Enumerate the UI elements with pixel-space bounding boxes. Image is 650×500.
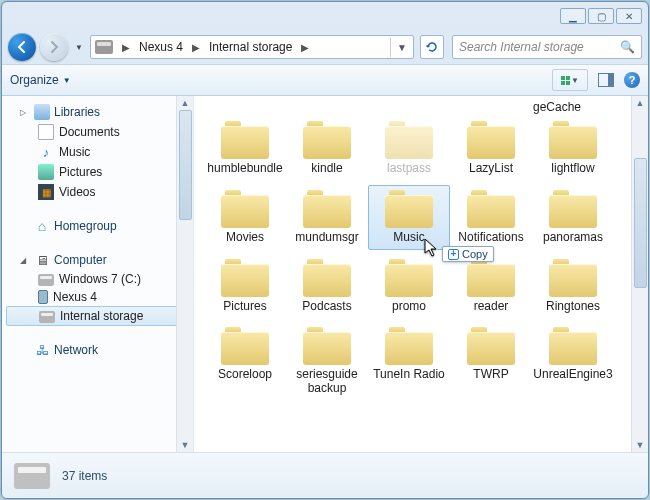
tree-cdrive[interactable]: Windows 7 (C:) (2, 270, 193, 288)
plus-icon: + (448, 249, 459, 260)
folder-lazylist[interactable]: LazyList (450, 116, 532, 181)
folder-icon (549, 327, 597, 365)
nav-history-dropdown[interactable]: ▼ (72, 37, 86, 57)
view-options-button[interactable]: ▼ (552, 69, 588, 91)
chevron-right-icon[interactable]: ▶ (187, 42, 205, 53)
folder-icon (303, 190, 351, 228)
folder-icon (467, 327, 515, 365)
folder-icon (221, 327, 269, 365)
folder-reader[interactable]: reader (450, 254, 532, 319)
documents-icon (38, 124, 54, 140)
folder-icon (303, 121, 351, 159)
tree-network[interactable]: 🖧Network (2, 340, 193, 360)
address-bar[interactable]: ▶ Nexus 4 ▶ Internal storage ▶ ▼ (90, 35, 414, 59)
tree-computer[interactable]: ◢🖥Computer (2, 250, 193, 270)
chevron-right-icon[interactable]: ▶ (117, 42, 135, 53)
folder-icon (385, 190, 433, 228)
tree-videos[interactable]: ▦Videos (2, 182, 193, 202)
folder-icon (549, 259, 597, 297)
close-button[interactable]: ✕ (616, 8, 642, 24)
folder-icon (385, 259, 433, 297)
organize-label: Organize (10, 73, 59, 87)
organize-menu[interactable]: Organize ▼ (10, 73, 71, 87)
folder-notifications[interactable]: Notifications (450, 185, 532, 250)
folder-icon (303, 327, 351, 365)
minimize-button[interactable]: ▁ (560, 8, 586, 24)
search-input[interactable]: Search Internal storage 🔍 (452, 35, 642, 59)
folder-icon (303, 259, 351, 297)
folder-icon (549, 121, 597, 159)
folder-twrp[interactable]: TWRP (450, 322, 532, 401)
command-bar: Organize ▼ ▼ ? (2, 64, 648, 96)
partial-folder-label: geCache (522, 100, 592, 114)
folder-lastpass-dragsource[interactable]: lastpass (368, 116, 450, 181)
status-bar: 37 items (2, 452, 648, 498)
libraries-icon (34, 104, 50, 120)
drag-action-label: Copy (462, 248, 488, 260)
folder-lightflow[interactable]: lightflow (532, 116, 614, 181)
folder-kindle[interactable]: kindle (286, 116, 368, 181)
folder-icon (221, 121, 269, 159)
phone-icon (38, 290, 48, 304)
folder-mundumsgr[interactable]: mundumsgr (286, 185, 368, 250)
back-button[interactable] (8, 33, 36, 61)
file-grid[interactable]: geCache humblebundle kindle lastpass Laz… (194, 96, 631, 452)
music-icon: ♪ (38, 144, 54, 160)
folder-tunein-radio[interactable]: TuneIn Radio (368, 322, 450, 401)
folder-unrealengine3[interactable]: UnrealEngine3 (532, 322, 614, 401)
tree-documents[interactable]: Documents (2, 122, 193, 142)
explorer-window: ▁ ▢ ✕ ▼ ▶ Nexus 4 ▶ Internal storage ▶ ▼… (1, 1, 649, 499)
drive-icon (38, 274, 54, 286)
folder-seriesguide-backup[interactable]: seriesguide backup (286, 322, 368, 401)
nav-bar: ▼ ▶ Nexus 4 ▶ Internal storage ▶ ▼ Searc… (2, 30, 648, 64)
folder-icon (385, 327, 433, 365)
folder-podcasts[interactable]: Podcasts (286, 254, 368, 319)
folder-icon (221, 259, 269, 297)
folder-icon (385, 121, 433, 159)
refresh-button[interactable] (420, 35, 444, 59)
search-icon: 🔍 (620, 40, 635, 54)
maximize-button[interactable]: ▢ (588, 8, 614, 24)
pictures-icon (38, 164, 54, 180)
tree-libraries[interactable]: ▷Libraries (2, 102, 193, 122)
sidebar-scrollbar[interactable]: ▲▼ (176, 96, 193, 452)
folder-icon (467, 121, 515, 159)
folder-icon (221, 190, 269, 228)
folder-movies[interactable]: Movies (204, 185, 286, 250)
tree-pictures[interactable]: Pictures (2, 162, 193, 182)
folder-humblebundle[interactable]: humblebundle (204, 116, 286, 181)
folder-promo[interactable]: promo (368, 254, 450, 319)
videos-icon: ▦ (38, 184, 54, 200)
folder-ringtones[interactable]: Ringtones (532, 254, 614, 319)
network-icon: 🖧 (34, 342, 50, 358)
tree-homegroup[interactable]: ⌂Homegroup (2, 216, 193, 236)
chevron-right-icon[interactable]: ▶ (296, 42, 314, 53)
breadcrumb-internal[interactable]: Internal storage (205, 36, 296, 58)
folder-music-droptarget[interactable]: Music (368, 185, 450, 250)
storage-icon (39, 311, 55, 323)
folder-pictures[interactable]: Pictures (204, 254, 286, 319)
folder-panoramas[interactable]: panoramas (532, 185, 614, 250)
help-button[interactable]: ? (624, 72, 640, 88)
tree-music[interactable]: ♪Music (2, 142, 193, 162)
tree-nexus4[interactable]: Nexus 4 (2, 288, 193, 306)
body: ▷Libraries Documents ♪Music Pictures ▦Vi… (2, 96, 648, 452)
folder-icon (549, 190, 597, 228)
forward-button[interactable] (40, 33, 68, 61)
content-scrollbar[interactable]: ▲▼ (631, 96, 648, 452)
tree-internal-storage[interactable]: Internal storage (6, 306, 189, 326)
homegroup-icon: ⌂ (34, 218, 50, 234)
item-count: 37 items (62, 469, 107, 483)
nav-tree: ▷Libraries Documents ♪Music Pictures ▦Vi… (2, 96, 194, 452)
computer-icon: 🖥 (34, 252, 50, 268)
search-placeholder: Search Internal storage (459, 40, 584, 54)
grid-icon (561, 76, 570, 85)
preview-pane-button[interactable] (598, 73, 614, 87)
drag-tooltip: + Copy (442, 246, 494, 262)
titlebar: ▁ ▢ ✕ (2, 2, 648, 30)
device-icon (95, 40, 113, 54)
address-dropdown[interactable]: ▼ (390, 38, 413, 57)
folder-scoreloop[interactable]: Scoreloop (204, 322, 286, 401)
breadcrumb-nexus4[interactable]: Nexus 4 (135, 36, 187, 58)
folder-icon (467, 190, 515, 228)
